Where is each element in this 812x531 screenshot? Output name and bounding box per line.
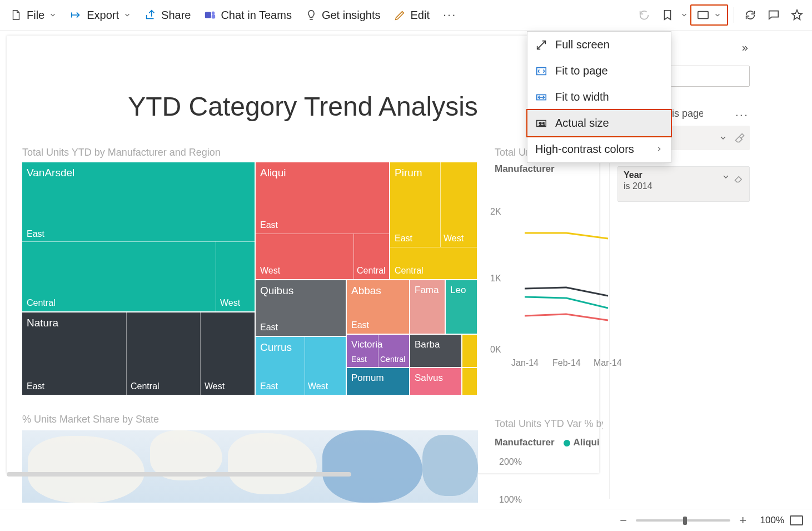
treemap-visual[interactable]: VanArsdel East Central West Natura East … xyxy=(22,162,478,395)
chevron-down-icon[interactable] xyxy=(719,133,728,145)
legend-item: Aliqui xyxy=(573,437,599,448)
chevron-down-icon xyxy=(123,11,131,19)
fit-to-page-button[interactable] xyxy=(790,515,803,525)
cell-region: East xyxy=(351,320,369,330)
scrollbar-thumb[interactable] xyxy=(7,472,351,477)
zoom-in-button[interactable]: + xyxy=(736,513,750,528)
export-menu[interactable]: Export xyxy=(64,6,137,25)
fit-width-icon xyxy=(535,91,547,103)
var-y-tick: 100% xyxy=(499,495,522,505)
treemap-cell-currus[interactable]: Currus East West xyxy=(256,337,346,395)
report-title: YTD Category Trend Analysis xyxy=(7,91,599,122)
linechart-visual[interactable]: 2K 1K 0K Jan-14 Feb-14 Mar-14 xyxy=(495,202,598,375)
cell-region: West xyxy=(444,234,464,244)
bulb-icon xyxy=(305,9,317,21)
view-actual-size[interactable]: 1:1 Actual size xyxy=(527,110,671,136)
view-menu-button[interactable] xyxy=(690,4,728,26)
fit-page-icon xyxy=(535,65,547,77)
var-y-tick: 200% xyxy=(499,457,522,467)
cell-name: Fama xyxy=(415,285,439,296)
treemap-cell-abbas[interactable]: Abbas East xyxy=(347,280,409,334)
view-fit-to-page[interactable]: Fit to page xyxy=(527,58,671,84)
cell-name: Abbas xyxy=(351,285,381,297)
treemap-cell-natura[interactable]: Natura East Central West xyxy=(22,312,255,395)
file-icon xyxy=(10,9,22,21)
cell-name: Currus xyxy=(260,341,292,354)
filter-more-icon[interactable]: ··· xyxy=(735,108,749,122)
view-full-screen[interactable]: Full screen xyxy=(527,32,671,58)
edit-label: Edit xyxy=(411,9,430,22)
pencil-icon xyxy=(394,9,406,21)
share-label: Share xyxy=(161,9,191,22)
zoom-slider[interactable] xyxy=(636,519,730,522)
cell-region: Central xyxy=(131,381,160,391)
export-label: Export xyxy=(87,9,119,22)
menu-label: Fit to width xyxy=(555,91,609,103)
treemap-title: Total Units YTD by Manufacturer and Regi… xyxy=(22,147,221,158)
svg-rect-2 xyxy=(212,14,215,18)
share-button[interactable]: Share xyxy=(139,6,196,25)
report-canvas[interactable]: YTD Category Trend Analysis Total Units … xyxy=(7,36,599,473)
treemap-cell-pirum[interactable]: Pirum East West Central xyxy=(390,162,477,279)
eraser-icon[interactable] xyxy=(734,172,745,186)
refresh-button[interactable] xyxy=(740,6,761,24)
map-title: % Units Market Share by State xyxy=(22,414,159,425)
zoom-out-button[interactable]: − xyxy=(616,513,630,528)
view-high-contrast[interactable]: High-contrast colors xyxy=(527,136,671,162)
toolbar-divider xyxy=(734,7,734,23)
legend-label: Manufacturer xyxy=(495,163,555,174)
edit-button[interactable]: Edit xyxy=(388,6,435,25)
x-tick: Jan-14 xyxy=(511,358,539,368)
treemap-cell-quibus[interactable]: Quibus East xyxy=(256,280,346,336)
treemap-cell-salvus[interactable]: Salvus xyxy=(410,368,461,395)
chat-in-teams-button[interactable]: Chat in Teams xyxy=(198,6,297,25)
reset-button[interactable] xyxy=(634,6,655,24)
line-plot-area xyxy=(525,202,608,353)
file-menu[interactable]: File xyxy=(4,6,62,25)
fullscreen-icon xyxy=(535,39,547,51)
view-icon xyxy=(697,9,709,21)
bookmark-button[interactable] xyxy=(657,6,678,24)
bookmark-icon xyxy=(661,9,674,21)
horizontal-scrollbar[interactable] xyxy=(7,470,599,478)
treemap-cell-leo[interactable]: Leo xyxy=(446,280,477,334)
treemap-cell-barba[interactable]: Barba xyxy=(410,335,461,367)
reset-icon xyxy=(638,9,650,21)
zoom-percent: 100% xyxy=(755,515,784,526)
command-bar: File Export Share Chat in Teams Get insi… xyxy=(0,0,812,31)
get-insights-button[interactable]: Get insights xyxy=(300,6,386,25)
zoom-bar: − + 100% xyxy=(0,509,812,531)
zoom-slider-thumb[interactable] xyxy=(683,517,687,525)
map-visual[interactable] xyxy=(22,430,478,503)
treemap-cell-fama[interactable]: Fama xyxy=(410,280,445,334)
expand-filters-icon[interactable] xyxy=(740,43,750,56)
view-fit-to-width[interactable]: Fit to width xyxy=(527,84,671,110)
treemap-cell-small2[interactable] xyxy=(462,368,477,395)
treemap-cell-small1[interactable] xyxy=(462,335,477,367)
y-tick: 0K xyxy=(490,345,507,355)
treemap-cell-pomum[interactable]: Pomum xyxy=(347,368,409,395)
varchart-title: Total Units YTD Var % by Month and Manuf… xyxy=(495,418,603,430)
cell-name: Barba xyxy=(415,339,440,350)
treemap-cell-aliqui[interactable]: Aliqui East West Central xyxy=(256,162,389,279)
chat-label: Chat in Teams xyxy=(221,9,291,22)
cell-region: Central xyxy=(27,298,56,308)
eraser-icon[interactable] xyxy=(734,132,745,146)
treemap-cell-vanarsdel[interactable]: VanArsdel East Central West xyxy=(22,162,255,311)
chevron-down-icon[interactable] xyxy=(680,11,688,19)
cell-name: Pomum xyxy=(351,373,384,384)
cell-name: Aliqui xyxy=(260,167,286,179)
more-options-button[interactable]: ··· xyxy=(437,4,462,26)
chevron-down-icon[interactable] xyxy=(721,172,730,183)
treemap-cell-victoria[interactable]: Victoria East Central xyxy=(347,335,409,367)
filter-card-year[interactable]: Year is 2014 xyxy=(617,166,750,202)
favorite-button[interactable] xyxy=(786,6,808,24)
menu-label: Actual size xyxy=(555,117,609,130)
cell-name: Leo xyxy=(450,285,466,296)
menu-label: High-contrast colors xyxy=(535,143,634,156)
comment-button[interactable] xyxy=(763,6,784,24)
cell-name: VanArsdel xyxy=(27,167,74,179)
cell-region: Central xyxy=(395,266,424,276)
cell-region: West xyxy=(260,266,280,276)
y-tick: 1K xyxy=(490,274,507,284)
